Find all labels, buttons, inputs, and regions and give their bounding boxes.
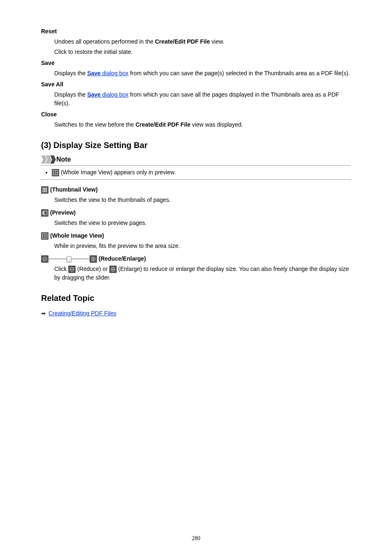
text: Switches to the view before the (54, 121, 136, 128)
body-thumbnail-view: Switches the view to the thumbnails of p… (54, 196, 351, 204)
text: view. (210, 38, 224, 45)
text: (Reduce) or (76, 266, 109, 272)
term-saveall: Save All (41, 80, 351, 89)
slider-thumb (67, 256, 71, 263)
svg-rect-10 (44, 191, 45, 192)
term-label: (Reduce/Enlarge) (99, 254, 146, 263)
svg-rect-8 (46, 189, 47, 190)
text: Displays the (54, 70, 87, 76)
enlarge-icon-inline (109, 266, 117, 273)
text: view was displayed. (190, 121, 243, 128)
link-tail: dialog box (101, 70, 129, 76)
page-number: 280 (0, 534, 392, 543)
text: Undoes all operations performed in the (54, 38, 155, 45)
reduce-icon-inline (68, 266, 76, 273)
enlarge-icon (90, 255, 97, 263)
note-label: Note (56, 155, 71, 164)
reduce-icon (41, 255, 48, 263)
link-bold: Save (87, 91, 101, 98)
term-reset: Reset (41, 27, 351, 36)
term-save: Save (41, 59, 351, 67)
bold-text: Create/Edit PDF File (136, 121, 191, 128)
svg-rect-6 (43, 189, 44, 190)
body-save: Displays the Save dialog box from which … (54, 69, 351, 78)
term-label: (Whole Image View) (50, 231, 104, 240)
body-whole-image-view: While in preview, fits the preview to th… (54, 242, 351, 250)
note-box: (Whole Image View) appears only in previ… (41, 165, 351, 180)
heading-section-3: (3) Display Size Setting Bar (41, 139, 351, 151)
note-text: (Whole Image View) appears only in previ… (61, 169, 176, 176)
term-reduce-enlarge: (Reduce/Enlarge) (41, 254, 351, 263)
svg-rect-7 (44, 189, 45, 190)
svg-rect-11 (46, 191, 47, 192)
term-whole-image-view: (Whole Image View) (41, 231, 351, 240)
body-reduce-enlarge: Click (Reduce) or (Enlarge) to reduce or… (54, 265, 351, 282)
link-save-dialog-all[interactable]: Save dialog box (87, 91, 128, 98)
text: Displays the (54, 91, 87, 98)
body-preview: Switches the view to preview pages. (54, 219, 351, 227)
term-label: (Thumbnail View) (50, 185, 98, 194)
zoom-slider-graphic (41, 255, 97, 263)
note-chevrons-icon (41, 155, 55, 164)
slider-track (48, 258, 90, 260)
link-creating-editing-pdf[interactable]: Creating/Editing PDF Files (48, 309, 116, 318)
link-bold: Save (87, 70, 101, 76)
term-thumbnail-view: (Thumbnail View) (41, 185, 351, 194)
link-tail: dialog box (101, 91, 129, 98)
heading-related-topic: Related Topic (41, 292, 351, 304)
term-close: Close (41, 110, 351, 119)
note-header: Note (41, 155, 351, 164)
svg-rect-4 (44, 187, 45, 189)
text: from which you can save the page(s) sele… (129, 70, 350, 76)
term-preview: (Preview) (41, 208, 351, 217)
svg-rect-9 (43, 191, 44, 192)
related-topic-item: ➡ Creating/Editing PDF Files (41, 309, 116, 318)
definition-list: Reset Undoes all operations performed in… (41, 27, 351, 129)
whole-image-view-icon (52, 169, 59, 176)
svg-rect-12 (43, 211, 44, 215)
thumbnail-view-icon (41, 186, 48, 194)
body-saveall: Displays the Save dialog box from which … (54, 90, 351, 108)
svg-rect-3 (43, 187, 44, 189)
link-save-dialog[interactable]: Save dialog box (87, 70, 128, 76)
whole-image-view-icon (41, 232, 48, 240)
preview-icon (41, 209, 48, 217)
svg-rect-13 (44, 211, 47, 215)
body-close: Switches to the view before the Create/E… (54, 120, 351, 129)
note-item: (Whole Image View) appears only in previ… (52, 168, 349, 177)
body-reset-2: Click to restore the initial state. (54, 48, 351, 56)
bold-text: Create/Edit PDF File (155, 38, 210, 45)
term-label: (Preview) (50, 208, 76, 217)
display-size-def-list: (Thumbnail View) Switches the view to th… (41, 185, 351, 282)
body-reset-1: Undoes all operations performed in the C… (54, 37, 351, 46)
text: Click (54, 266, 68, 272)
svg-rect-5 (46, 187, 47, 189)
arrow-right-icon: ➡ (41, 309, 46, 318)
